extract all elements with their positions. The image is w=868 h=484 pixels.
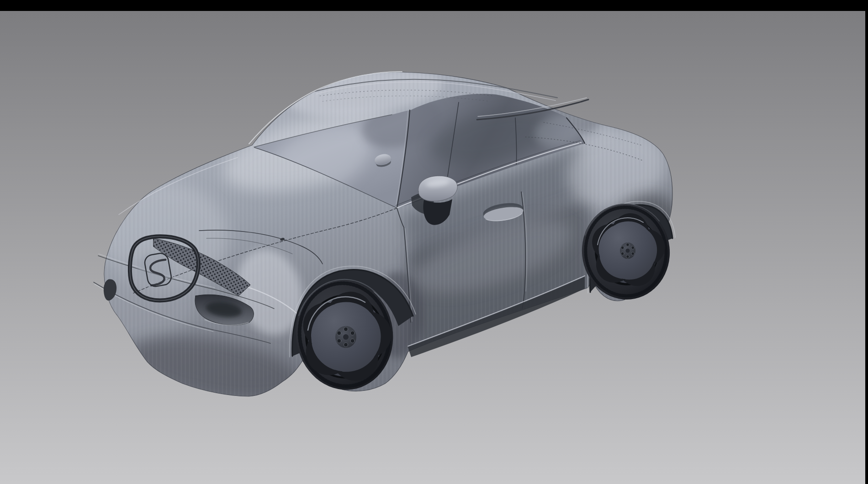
lug-nut [337, 331, 341, 335]
lug-nut [621, 252, 624, 255]
front-center-cap [343, 334, 349, 340]
lug-nut [621, 246, 624, 249]
lug-nut [631, 246, 635, 249]
lug-nut [350, 339, 355, 343]
lug-nut [350, 331, 355, 335]
rear-center-cap [626, 249, 630, 253]
lug-nut [631, 252, 635, 255]
right-window-bar [865, 0, 868, 484]
cad-viewport[interactable] [0, 0, 868, 484]
lug-nut [626, 255, 630, 258]
lug-nut [344, 327, 348, 331]
lug-nut [626, 243, 630, 247]
lug-nut [337, 339, 341, 343]
render-canvas[interactable] [0, 0, 868, 484]
lug-nut [344, 343, 348, 347]
top-window-bar [0, 0, 868, 11]
